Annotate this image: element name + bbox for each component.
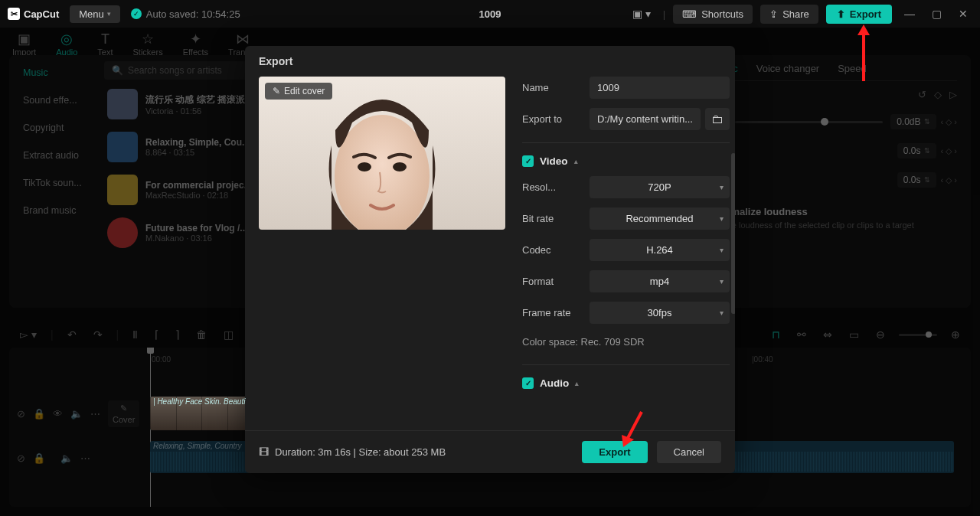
bitrate-label: Bit rate — [522, 213, 580, 224]
video-section-header[interactable]: ✓ Video ▴ — [522, 155, 730, 167]
share-icon: ⇪ — [769, 8, 778, 20]
autosave-status: ✓ Auto saved: 10:54:25 — [131, 8, 240, 20]
export-info: 🎞 Duration: 3m 16s | Size: about 253 MB — [259, 446, 446, 458]
app-name: CapCut — [24, 8, 59, 20]
chevron-down-icon: ▾ — [720, 309, 724, 317]
format-dropdown[interactable]: mp4▾ — [590, 270, 730, 292]
name-label: Name — [522, 82, 580, 93]
logo-icon: ✂ — [8, 8, 20, 20]
app-logo: ✂ CapCut — [8, 8, 59, 20]
export-dialog: Export — [245, 46, 735, 473]
chevron-up-icon: ▴ — [574, 158, 578, 165]
framerate-label: Frame rate — [522, 307, 580, 318]
svg-point-2 — [358, 162, 371, 171]
maximize-icon[interactable]: ▢ — [927, 8, 946, 20]
audio-checkbox[interactable]: ✓ — [522, 377, 534, 389]
scrollbar[interactable] — [731, 153, 735, 314]
browse-folder-button[interactable]: 🗀 — [705, 108, 730, 130]
framerate-dropdown[interactable]: 30fps▾ — [590, 302, 730, 324]
edit-cover-button[interactable]: ✎ Edit cover — [265, 83, 332, 100]
cover-preview: ✎ Edit cover — [259, 77, 505, 230]
chevron-down-icon: ▾ — [107, 10, 111, 18]
layout-icon[interactable]: ▣ ▾ — [628, 8, 655, 20]
minimize-icon[interactable]: — — [900, 8, 920, 20]
menu-button[interactable]: Menu ▾ — [70, 5, 120, 23]
close-icon[interactable]: ✕ — [954, 8, 972, 20]
top-bar: ✂ CapCut Menu ▾ ✓ Auto saved: 10:54:25 1… — [0, 0, 980, 28]
codec-label: Codec — [522, 244, 580, 256]
format-label: Format — [522, 276, 580, 287]
face-illustration — [259, 77, 505, 230]
bitrate-dropdown[interactable]: Recommended▾ — [590, 207, 730, 230]
cancel-button[interactable]: Cancel — [657, 441, 721, 463]
color-space-text: Color space: Rec. 709 SDR — [522, 336, 730, 348]
folder-icon: 🗀 — [711, 113, 724, 126]
video-checkbox[interactable]: ✓ — [522, 155, 534, 167]
codec-dropdown[interactable]: H.264▾ — [590, 239, 730, 261]
share-button[interactable]: ⇪ Share — [760, 5, 818, 24]
audio-section-header[interactable]: ✓ Audio ▴ — [522, 377, 730, 389]
chevron-down-icon: ▾ — [720, 183, 724, 191]
chevron-down-icon: ▾ — [720, 246, 724, 254]
export-confirm-button[interactable]: Export — [582, 441, 647, 463]
export-button-top[interactable]: ⬆ Export — [826, 5, 892, 24]
chevron-down-icon: ▾ — [720, 277, 724, 286]
export-path-input[interactable]: D:/My content writin... — [590, 108, 701, 130]
pencil-icon: ✎ — [273, 86, 280, 96]
resolution-dropdown[interactable]: 720P▾ — [590, 176, 730, 198]
project-title: 1009 — [479, 8, 501, 20]
chevron-up-icon: ▴ — [575, 380, 579, 387]
dialog-footer: 🎞 Duration: 3m 16s | Size: about 253 MB … — [245, 430, 735, 473]
chevron-down-icon: ▾ — [720, 214, 724, 223]
resolution-label: Resol... — [522, 181, 580, 193]
keyboard-icon: ⌨ — [682, 8, 697, 20]
export-icon: ⬆ — [837, 8, 845, 20]
name-input[interactable]: 1009 — [590, 77, 730, 99]
dialog-title: Export — [245, 46, 735, 77]
export-to-label: Export to — [522, 113, 580, 125]
svg-point-3 — [393, 162, 407, 171]
shortcuts-button[interactable]: ⌨ Shortcuts — [673, 5, 753, 24]
film-icon: 🎞 — [259, 446, 269, 458]
check-icon: ✓ — [131, 8, 142, 19]
